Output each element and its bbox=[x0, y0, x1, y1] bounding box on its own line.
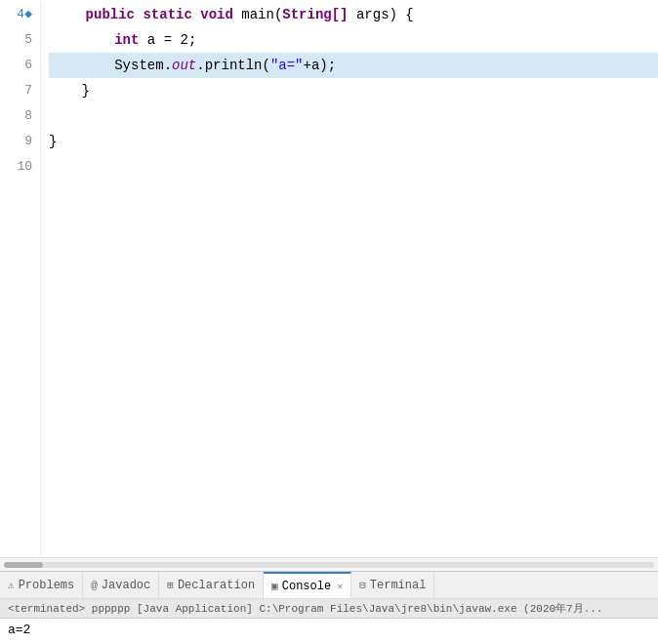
code-line-4: public static void main ( String[] args … bbox=[49, 2, 658, 27]
value-2: 2 bbox=[180, 27, 187, 53]
problems-icon: ⚠ bbox=[8, 579, 15, 591]
semi-5: ; bbox=[188, 27, 196, 53]
code-line-10 bbox=[49, 154, 658, 180]
paren-close-6: ) bbox=[319, 53, 327, 78]
brace-close-9: } bbox=[49, 129, 57, 154]
paren-close-4: ) bbox=[390, 2, 397, 27]
tab-console[interactable]: ▣ Console ✕ bbox=[264, 572, 351, 598]
tab-javadoc-label: Javadoc bbox=[102, 579, 150, 592]
dot1-6: . bbox=[164, 53, 172, 78]
declaration-icon: ⊞ bbox=[167, 579, 174, 591]
code-lines[interactable]: public static void main ( String[] args … bbox=[41, 2, 658, 557]
brace-close-7: } bbox=[82, 78, 90, 103]
dot2-6: . bbox=[196, 53, 204, 78]
code-line-9: } bbox=[49, 129, 658, 154]
concat-op: + bbox=[304, 53, 311, 78]
line-number-8: 8 bbox=[4, 103, 32, 129]
tab-problems-label: Problems bbox=[19, 579, 75, 592]
field-out: out bbox=[172, 53, 196, 78]
tab-problems[interactable]: ⚠ Problems bbox=[0, 572, 83, 598]
code-container: 4◆ 5 6 7 8 9 10 public static void main … bbox=[0, 0, 658, 557]
console-header: <terminated> pppppp [Java Application] C… bbox=[0, 599, 658, 619]
console-output: a=2 bbox=[0, 619, 658, 644]
method-main: main bbox=[241, 2, 274, 27]
line-number-4: 4◆ bbox=[4, 2, 32, 27]
scrollbar-track bbox=[4, 562, 654, 568]
line-number-10: 10 bbox=[4, 154, 32, 180]
string-arg: "a=" bbox=[270, 53, 304, 78]
equals-5: = bbox=[164, 27, 172, 53]
semi-6: ; bbox=[328, 53, 336, 78]
tab-javadoc[interactable]: @ Javadoc bbox=[83, 572, 159, 598]
javadoc-icon: @ bbox=[91, 580, 98, 591]
param-args: args bbox=[356, 2, 390, 27]
var-a-ref: a bbox=[311, 53, 319, 78]
tab-console-label: Console bbox=[282, 580, 331, 593]
terminal-icon: ⊟ bbox=[359, 579, 366, 591]
method-println: println bbox=[205, 53, 263, 78]
console-close-icon[interactable]: ✕ bbox=[337, 581, 343, 592]
keyword-public: public bbox=[86, 2, 135, 27]
code-line-6: System . out . println ( "a=" + a ) ; bbox=[49, 53, 658, 78]
console-icon: ▣ bbox=[271, 580, 278, 592]
paren-open-4: ( bbox=[274, 2, 282, 27]
code-line-8 bbox=[49, 103, 658, 129]
line-number-6: 6 bbox=[4, 53, 32, 78]
keyword-static: static bbox=[143, 2, 191, 27]
horizontal-scrollbar[interactable] bbox=[0, 557, 658, 571]
code-line-7: } bbox=[49, 78, 658, 103]
var-a: a bbox=[147, 27, 155, 53]
line-number-9: 9 bbox=[4, 129, 32, 154]
brace-open-4: { bbox=[405, 2, 413, 27]
class-system: System bbox=[114, 53, 163, 78]
tab-terminal[interactable]: ⊟ Terminal bbox=[351, 572, 434, 598]
editor-area: 4◆ 5 6 7 8 9 10 public static void main … bbox=[0, 0, 658, 571]
tab-declaration-label: Declaration bbox=[178, 579, 255, 592]
param-type-string: String[] bbox=[282, 2, 348, 27]
keyword-void: void bbox=[200, 2, 233, 27]
console-output-line: a=2 bbox=[8, 621, 650, 640]
line-number-7: 7 bbox=[4, 78, 32, 103]
console-area: <terminated> pppppp [Java Application] C… bbox=[0, 598, 658, 644]
tab-declaration[interactable]: ⊞ Declaration bbox=[159, 572, 264, 598]
tab-terminal-label: Terminal bbox=[370, 579, 427, 592]
code-line-5: int a = 2 ; bbox=[49, 27, 658, 53]
keyword-int: int bbox=[114, 27, 139, 53]
line-numbers: 4◆ 5 6 7 8 9 10 bbox=[0, 2, 41, 557]
bottom-tabs: ⚠ Problems @ Javadoc ⊞ Declaration ▣ Con… bbox=[0, 571, 658, 598]
scrollbar-thumb[interactable] bbox=[4, 562, 43, 568]
paren-open-6: ( bbox=[262, 53, 269, 78]
line-number-5: 5 bbox=[4, 27, 32, 53]
